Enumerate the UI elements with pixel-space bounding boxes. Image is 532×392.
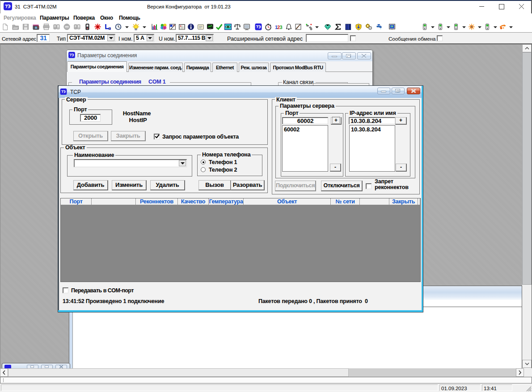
svg-text:3: 3 — [280, 25, 283, 30]
